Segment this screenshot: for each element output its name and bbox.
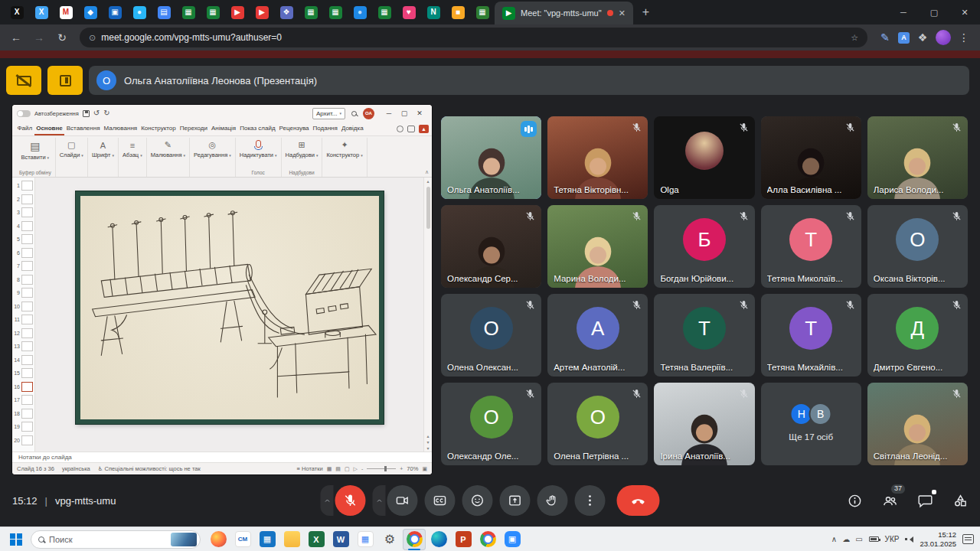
- pinned-tab[interactable]: ▦: [299, 2, 322, 22]
- pinned-tab[interactable]: X: [5, 2, 28, 22]
- slide-thumbnail[interactable]: 6: [12, 246, 34, 260]
- translate-icon[interactable]: A: [898, 32, 910, 44]
- slide-thumbnail[interactable]: 3: [12, 206, 34, 220]
- info-icon[interactable]: [845, 491, 864, 510]
- window-minimize-button[interactable]: ─: [888, 0, 919, 24]
- view-normal-icon[interactable]: ▦: [327, 466, 332, 472]
- firefox-taskbar-icon[interactable]: [207, 529, 230, 550]
- ribbon-button[interactable]: ◎ Редагування▾: [194, 139, 231, 158]
- site-info-icon[interactable]: ⊙: [89, 33, 96, 43]
- stop-sharing-button[interactable]: [6, 66, 41, 95]
- pinned-tab[interactable]: ♥: [397, 2, 420, 22]
- slideshow-icon[interactable]: ▷: [354, 466, 358, 472]
- participant-tile[interactable]: О Оксана Вікторів...: [867, 205, 968, 288]
- participant-tile[interactable]: Ольга Анатоліїв...: [441, 116, 541, 199]
- ribbon-button[interactable]: ▢ Слайди▾: [60, 139, 83, 158]
- back-button[interactable]: ←: [6, 28, 26, 47]
- ribbon-button[interactable]: А Шрифт▾: [92, 139, 114, 158]
- slide-thumbnail[interactable]: 11: [12, 313, 34, 327]
- new-tab-button[interactable]: +: [642, 5, 649, 19]
- ppt-menu-tab[interactable]: Вставлення: [64, 122, 102, 135]
- slide-thumbnail[interactable]: 17: [12, 393, 34, 407]
- ppt-menu-tab[interactable]: Рецензува: [277, 122, 311, 135]
- chrome-taskbar-icon[interactable]: [403, 529, 426, 550]
- captions-button[interactable]: [425, 485, 456, 516]
- ribbon-button[interactable]: ▤ Вставити▾: [21, 139, 50, 161]
- pinned-tab[interactable]: ●: [128, 2, 151, 22]
- slide-thumbnail[interactable]: 20: [12, 434, 34, 448]
- ribbon-button[interactable]: ✎ Малювання▾: [151, 139, 185, 158]
- participant-tile[interactable]: О Олена Петрівна ...: [547, 383, 648, 465]
- participant-tile[interactable]: Б Богдан Юрійови...: [654, 205, 754, 288]
- ribbon-button[interactable]: ≡ Абзац▾: [122, 139, 142, 158]
- word-taskbar-icon[interactable]: W: [329, 529, 352, 550]
- powerpoint-taskbar-icon[interactable]: P: [452, 529, 475, 550]
- slide-thumbnail[interactable]: 4: [12, 220, 34, 233]
- pinned-tab[interactable]: ▣: [103, 2, 126, 22]
- address-bar[interactable]: ⊙ meet.google.com/vpg-mtts-umu?authuser=…: [80, 28, 867, 47]
- pinned-tab[interactable]: ▦: [471, 2, 494, 22]
- slide-thumbnail[interactable]: 14: [12, 354, 34, 367]
- participant-tile[interactable]: Марина Володи...: [547, 205, 648, 288]
- language-switcher[interactable]: УКР: [885, 535, 900, 543]
- camera-button[interactable]: [387, 485, 418, 516]
- participant-tile[interactable]: Лариса Володи...: [867, 116, 968, 199]
- slide-thumbnail[interactable]: 16: [12, 380, 34, 394]
- tray-icon[interactable]: ∧: [831, 535, 837, 543]
- participant-tile[interactable]: Olga: [654, 116, 754, 199]
- ribbon-button[interactable]: Надиктувати▾: [240, 139, 277, 158]
- slide-thumbnail[interactable]: 5: [12, 233, 34, 246]
- participant-tile[interactable]: Тетяна Вікторівн...: [547, 116, 648, 199]
- pinned-tab[interactable]: ●: [348, 2, 371, 22]
- ribbon-collapse-icon[interactable]: ∧: [425, 169, 429, 175]
- pinned-tab[interactable]: ▶: [226, 2, 249, 22]
- pinned-tab[interactable]: M: [54, 2, 77, 22]
- zoom-taskbar-icon[interactable]: ▣: [501, 529, 524, 550]
- active-tab[interactable]: ▶ Meet: "vpg-mtts-umu" ✕: [495, 2, 633, 24]
- record-icon[interactable]: [397, 126, 403, 132]
- pinned-tab[interactable]: N: [422, 2, 445, 22]
- slide-thumbnail[interactable]: 7: [12, 259, 34, 273]
- tab-capture-button[interactable]: [47, 66, 83, 95]
- raise-hand-button[interactable]: [537, 485, 568, 516]
- accessibility-status[interactable]: ♿ Спеціальні можливості: щось не так: [98, 465, 201, 472]
- ribbon-button[interactable]: ⊞ Надбудови▾: [286, 139, 318, 158]
- url-text[interactable]: meet.google.com/vpg-mtts-umu?authuser=0: [101, 32, 845, 43]
- edge-taskbar-icon[interactable]: [427, 529, 450, 550]
- pinned-tab[interactable]: ■: [446, 2, 469, 22]
- participant-tile[interactable]: НВ Ще 17 осіб: [761, 383, 861, 465]
- ppt-menu-tab[interactable]: Малювання: [102, 122, 139, 135]
- start-button[interactable]: [3, 529, 29, 550]
- autosave-toggle[interactable]: [17, 110, 31, 117]
- ppt-menu-tab[interactable]: Показ слайд: [238, 122, 277, 135]
- slide-scrollbar[interactable]: ▴ ▴ ▾ ▾: [423, 178, 432, 452]
- ribbon-button[interactable]: ✦ Конструктор▾: [326, 139, 362, 158]
- extensions-icon[interactable]: ❖: [913, 28, 933, 47]
- window-close-button[interactable]: ✕: [949, 0, 980, 24]
- comments-icon[interactable]: [407, 126, 415, 132]
- slide-thumbnail[interactable]: 1: [12, 179, 34, 193]
- slide-thumbnail[interactable]: 10: [12, 300, 34, 314]
- pinned-tab[interactable]: ◆: [79, 2, 102, 22]
- participant-tile[interactable]: Д Дмитро Євгено...: [867, 294, 968, 377]
- tab-close-icon[interactable]: ✕: [619, 8, 626, 18]
- view-sorter-icon[interactable]: ▤: [335, 466, 341, 472]
- file-explorer-taskbar-icon[interactable]: [280, 529, 303, 550]
- clock[interactable]: 15:12 23.01.2025: [920, 530, 956, 548]
- notes-pane[interactable]: Нотатки до слайда: [12, 452, 432, 462]
- tray-icon[interactable]: ☁: [842, 535, 850, 543]
- ppt-menu-tab[interactable]: Подання: [311, 122, 339, 135]
- pinned-tab[interactable]: ▶: [250, 2, 273, 22]
- ppt-maximize-button[interactable]: ▢: [397, 106, 412, 121]
- undo-icon[interactable]: ↺: [93, 109, 100, 117]
- pinned-tab[interactable]: ▤: [152, 2, 175, 22]
- pinned-tab[interactable]: ▦: [201, 2, 224, 22]
- participant-tile[interactable]: Т Тетяна Миколаїв...: [761, 205, 861, 288]
- chat-icon[interactable]: [916, 491, 934, 510]
- more-options-button[interactable]: [575, 485, 606, 516]
- participant-tile[interactable]: Алла Василівна ...: [761, 116, 861, 199]
- pinned-tab[interactable]: ❖: [275, 2, 298, 22]
- volume-icon[interactable]: [905, 536, 913, 543]
- slide-thumbnail[interactable]: 8: [12, 273, 34, 287]
- redo-icon[interactable]: ↻: [103, 109, 109, 117]
